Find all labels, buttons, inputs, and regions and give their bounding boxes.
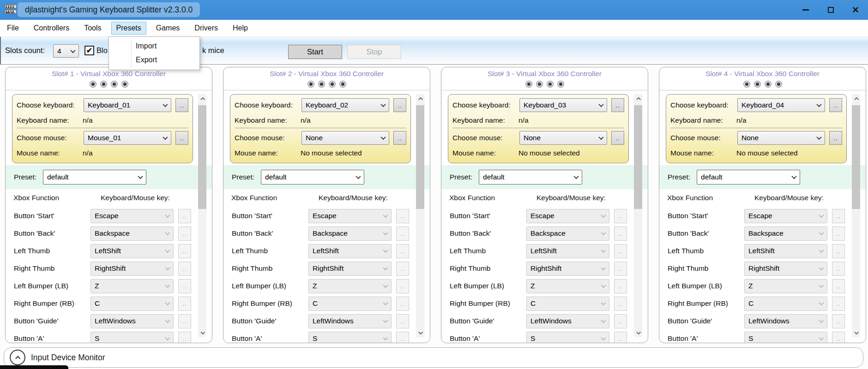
key-browse-button[interactable]: ..	[614, 209, 627, 223]
key-browse-button[interactable]: ..	[178, 297, 191, 311]
key-browse-button[interactable]: ..	[396, 262, 409, 276]
preset-combobox[interactable]: default	[479, 170, 582, 184]
menu-games[interactable]: Games	[151, 22, 185, 35]
key-combobox[interactable]: Backspace	[90, 226, 174, 241]
key-browse-button[interactable]: ..	[396, 297, 409, 311]
key-combobox[interactable]: LeftShift	[526, 244, 609, 258]
slots-count-combobox[interactable]: 4	[53, 44, 79, 58]
key-combobox[interactable]: Z	[308, 279, 392, 293]
keyboard-browse-button[interactable]: ..	[393, 98, 406, 112]
key-browse-button[interactable]: ..	[614, 262, 627, 276]
mouse-browse-button[interactable]: ..	[829, 131, 842, 145]
keyboard-browse-button[interactable]: ..	[611, 98, 624, 112]
key-browse-button[interactable]: ..	[614, 279, 627, 293]
input-device-monitor-bar[interactable]: Input Device Monitor	[4, 347, 863, 368]
scroll-down-button[interactable]	[852, 329, 860, 337]
menu-file[interactable]: File	[2, 22, 24, 35]
key-browse-button[interactable]: ..	[614, 297, 627, 311]
key-combobox[interactable]: C	[526, 297, 609, 311]
key-browse-button[interactable]: ..	[178, 244, 191, 258]
key-combobox[interactable]: S	[744, 332, 827, 344]
panel-scrollbar[interactable]	[634, 94, 642, 337]
key-combobox[interactable]: RightShift	[744, 262, 827, 276]
mouse-browse-button[interactable]: ..	[393, 131, 406, 145]
key-combobox[interactable]: Escape	[744, 209, 827, 223]
mouse-combobox[interactable]: Mouse_01	[84, 131, 171, 145]
scrollbar-thumb[interactable]	[416, 105, 424, 209]
key-browse-button[interactable]: ..	[178, 279, 191, 293]
scrollbar-thumb[interactable]	[634, 105, 642, 209]
scrollbar-thumb[interactable]	[852, 105, 860, 209]
key-combobox[interactable]: RightShift	[526, 262, 609, 276]
keyboard-combobox[interactable]: Keyboard_02	[301, 98, 389, 112]
key-combobox[interactable]: Backspace	[308, 226, 392, 241]
scroll-down-button[interactable]	[198, 329, 206, 337]
scrollbar-thumb[interactable]	[198, 105, 206, 209]
key-combobox[interactable]: LeftShift	[744, 244, 827, 258]
key-combobox[interactable]: RightShift	[90, 262, 174, 276]
key-combobox[interactable]: C	[308, 297, 392, 311]
key-browse-button[interactable]: ..	[396, 314, 409, 328]
key-combobox[interactable]: LeftWindows	[526, 314, 609, 328]
key-browse-button[interactable]: ..	[832, 297, 845, 311]
key-browse-button[interactable]: ..	[832, 209, 845, 223]
key-combobox[interactable]: RightShift	[308, 262, 392, 276]
key-browse-button[interactable]: ..	[178, 209, 191, 223]
mouse-browse-button[interactable]: ..	[611, 131, 624, 145]
key-combobox[interactable]: Escape	[308, 209, 392, 223]
mouse-combobox[interactable]: None	[519, 131, 607, 145]
key-browse-button[interactable]: ..	[178, 262, 191, 276]
start-button[interactable]: Start	[288, 45, 342, 59]
menu-presets[interactable]: Presets	[111, 22, 146, 35]
minimize-button[interactable]	[793, 0, 818, 20]
key-combobox[interactable]: LeftWindows	[744, 314, 827, 328]
key-browse-button[interactable]: ..	[832, 226, 845, 241]
keyboard-combobox[interactable]: Keyboard_03	[519, 98, 607, 112]
preset-combobox[interactable]: default	[697, 170, 800, 184]
key-combobox[interactable]: S	[526, 332, 609, 344]
key-browse-button[interactable]: ..	[396, 244, 409, 258]
key-combobox[interactable]: Escape	[526, 209, 609, 223]
key-combobox[interactable]: S	[90, 332, 174, 344]
key-browse-button[interactable]: ..	[396, 332, 409, 344]
scroll-down-button[interactable]	[416, 329, 424, 337]
stop-button[interactable]: Stop	[347, 45, 401, 59]
menu-item-export[interactable]: Export	[109, 53, 199, 67]
keyboard-combobox[interactable]: Keyboard_04	[737, 98, 825, 112]
menu-help[interactable]: Help	[228, 22, 253, 35]
block-devices-checkbox[interactable]: ✔	[84, 46, 94, 55]
key-combobox[interactable]: Z	[526, 279, 609, 293]
keyboard-browse-button[interactable]: ..	[175, 98, 188, 112]
key-combobox[interactable]: Backspace	[526, 226, 609, 241]
panel-scrollbar[interactable]	[198, 94, 206, 337]
key-combobox[interactable]: C	[744, 297, 827, 311]
key-browse-button[interactable]: ..	[178, 332, 191, 344]
menu-tools[interactable]: Tools	[79, 22, 106, 35]
key-combobox[interactable]: LeftWindows	[90, 314, 174, 328]
key-browse-button[interactable]: ..	[832, 314, 845, 328]
preset-combobox[interactable]: default	[43, 170, 146, 184]
scroll-up-button[interactable]	[416, 94, 424, 102]
scroll-down-button[interactable]	[634, 329, 642, 337]
key-browse-button[interactable]: ..	[614, 244, 627, 258]
key-browse-button[interactable]: ..	[614, 226, 627, 241]
panel-scrollbar[interactable]	[416, 94, 424, 337]
key-browse-button[interactable]: ..	[832, 279, 845, 293]
key-combobox[interactable]: Escape	[90, 209, 174, 223]
key-combobox[interactable]: C	[90, 297, 174, 311]
scroll-up-button[interactable]	[198, 94, 206, 102]
mouse-combobox[interactable]: None	[737, 131, 825, 145]
scroll-up-button[interactable]	[852, 94, 860, 102]
key-combobox[interactable]: LeftShift	[90, 244, 174, 258]
key-combobox[interactable]: LeftWindows	[308, 314, 392, 328]
key-browse-button[interactable]: ..	[178, 314, 191, 328]
key-browse-button[interactable]: ..	[614, 314, 627, 328]
key-browse-button[interactable]: ..	[396, 279, 409, 293]
panel-scrollbar[interactable]	[852, 94, 860, 337]
preset-combobox[interactable]: default	[261, 170, 364, 184]
mouse-combobox[interactable]: None	[301, 131, 389, 145]
menu-controllers[interactable]: Controllers	[29, 22, 74, 35]
key-combobox[interactable]: S	[308, 332, 392, 344]
key-browse-button[interactable]: ..	[614, 332, 627, 344]
key-combobox[interactable]: LeftShift	[308, 244, 392, 258]
